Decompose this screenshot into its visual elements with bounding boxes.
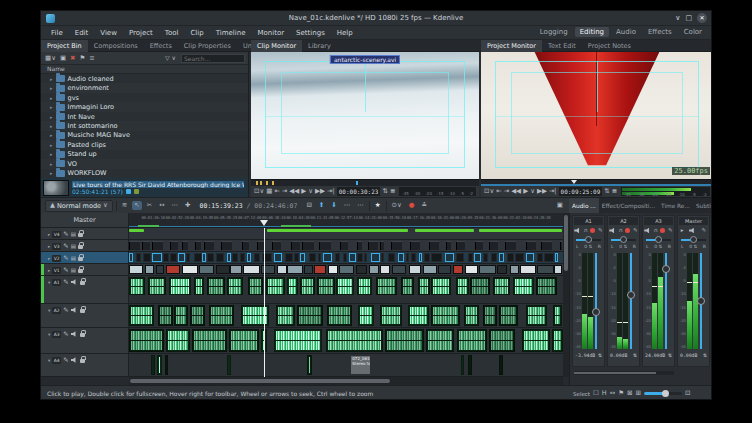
timeline-clip[interactable] — [499, 253, 504, 262]
track-expand-icon[interactable]: ▸ — [48, 244, 50, 249]
workspace-audio[interactable]: Audio — [611, 27, 641, 37]
timeline-clip[interactable] — [227, 253, 230, 262]
timeline-clip[interactable]: 072_0610_CStereo to m — [350, 355, 371, 375]
bin-selected-clip[interactable]: Live tours of the RRS Sir David Attenbor… — [41, 178, 248, 197]
timeline-clip[interactable] — [445, 253, 454, 262]
timeline-clip[interactable] — [340, 241, 348, 250]
timeline-clip[interactable] — [423, 265, 437, 274]
timeline-clip[interactable] — [307, 355, 312, 375]
spacer-tool-icon[interactable]: ↔ — [157, 201, 166, 210]
effects-icon[interactable]: ✎ — [633, 228, 638, 234]
fader-knob[interactable] — [697, 297, 705, 305]
track-effects-icon[interactable]: ✎ — [63, 243, 68, 250]
pan-knob[interactable] — [585, 236, 592, 243]
timeline-clip[interactable] — [129, 305, 154, 326]
timeline-clip[interactable] — [552, 329, 563, 352]
timeline-clip[interactable] — [381, 253, 384, 262]
rewind-button[interactable]: ◀◀ — [511, 188, 521, 195]
timeline-clip[interactable] — [497, 265, 508, 274]
lock-icon[interactable] — [80, 281, 85, 285]
timeline-clip[interactable] — [409, 265, 421, 274]
tab-audio-[interactable]: Audio ... — [569, 198, 599, 213]
pan-slider[interactable] — [573, 235, 604, 244]
play-options-chevron[interactable]: ∨ — [308, 188, 313, 195]
favorite-effects-icon[interactable]: ★ — [373, 201, 383, 210]
timeline-clip[interactable] — [204, 241, 215, 250]
spacer-tool-icon[interactable]: ↔ — [610, 390, 615, 397]
timeline-clip[interactable] — [285, 253, 293, 262]
track-tools-icon[interactable]: ≋ — [120, 201, 129, 210]
timeline-clip[interactable] — [148, 277, 166, 295]
timeline-clip[interactable] — [202, 253, 206, 262]
goto-end-icon[interactable]: ⇥| — [549, 188, 557, 195]
timeline-clip[interactable] — [438, 265, 452, 274]
zoom-out-icon[interactable]: ⊠ — [627, 390, 632, 397]
workspace-color[interactable]: Color — [679, 27, 707, 37]
timeline-clip[interactable] — [227, 277, 243, 295]
timeline-clip[interactable] — [129, 265, 143, 274]
timeline-clip[interactable] — [553, 305, 562, 326]
video-track-icon[interactable]: ▤ — [71, 243, 76, 249]
timeline-clip[interactable] — [199, 265, 214, 274]
timeline-clip[interactable] — [410, 241, 420, 250]
mixer-toggle-icon[interactable]: ≛ — [419, 201, 428, 210]
track-expand-icon[interactable]: ▸ — [48, 232, 50, 237]
track-expand-icon[interactable]: ▾ — [48, 358, 50, 363]
menu-tool[interactable]: Tool — [159, 29, 185, 37]
speaker-icon[interactable] — [71, 331, 78, 337]
timeline-clip[interactable] — [190, 305, 205, 326]
timeline-clip[interactable] — [328, 265, 338, 274]
timeline-clip[interactable] — [335, 253, 340, 262]
timeline-clip[interactable] — [243, 265, 259, 274]
track-header-v2[interactable]: ▸V2✎▤ — [41, 252, 129, 264]
db-spin-icon[interactable]: ⇅ — [598, 352, 602, 359]
project-monitor-ruler[interactable] — [481, 179, 712, 186]
pan-knob[interactable] — [655, 236, 662, 243]
timeline-clip[interactable] — [294, 253, 299, 262]
tab-effect-compositi-[interactable]: Effect/Compositi... — [599, 198, 658, 213]
timeline-clip[interactable] — [216, 253, 225, 262]
pan-slider[interactable] — [608, 235, 639, 244]
timeline-clip[interactable] — [537, 253, 543, 262]
fader-knob[interactable] — [662, 265, 670, 273]
timeline-clip[interactable] — [326, 329, 382, 352]
record-icon[interactable]: ● — [407, 201, 417, 210]
timeline-clip[interactable] — [152, 253, 161, 262]
timeline-clip[interactable] — [468, 253, 473, 262]
timeline-clip[interactable] — [364, 253, 368, 262]
extract-zone-icon[interactable]: ⬇ — [329, 201, 338, 210]
track-header-a3[interactable]: ▾A3✎ — [41, 328, 129, 354]
selection-tool-icon[interactable]: ↖ — [132, 201, 141, 210]
timeline-clip[interactable] — [483, 253, 489, 262]
timeline-horizontal-scrollbar[interactable] — [129, 377, 563, 385]
timeline-clip[interactable] — [343, 253, 347, 262]
timeline-clip[interactable] — [510, 265, 520, 274]
save-icon[interactable]: ▣ — [555, 201, 565, 210]
timeline-clip[interactable] — [136, 253, 141, 262]
pan-slider[interactable] — [643, 235, 674, 244]
timeline-clip[interactable] — [456, 253, 464, 262]
timeline-clip[interactable] — [229, 329, 259, 352]
track-effects-icon[interactable]: ✎ — [63, 267, 68, 274]
timeline-clip[interactable] — [465, 265, 478, 274]
timeline-clip[interactable] — [170, 241, 179, 250]
timeline-clip[interactable] — [267, 229, 408, 232]
track-header-a2[interactable]: ▾A2✎ — [41, 304, 129, 328]
timeline-clip[interactable] — [178, 253, 185, 262]
expand-chevron-icon[interactable]: ▸ — [50, 132, 53, 138]
tab-text-edit[interactable]: Text Edit — [542, 40, 582, 52]
timeline-clip[interactable] — [129, 329, 164, 352]
timeline-clip[interactable] — [505, 241, 516, 250]
timeline-clip[interactable] — [143, 253, 150, 262]
timeline-clip[interactable] — [470, 277, 490, 295]
play-button[interactable]: ▶ — [523, 188, 528, 195]
bin-folder-row[interactable]: ▸Int Nave — [41, 112, 248, 121]
timeline-clip[interactable] — [431, 277, 451, 295]
timeline-clip[interactable] — [248, 277, 263, 295]
track-header-v3[interactable]: ▸V3✎▤ — [41, 240, 129, 252]
timeline-clip[interactable] — [515, 253, 523, 262]
timeline-clip[interactable] — [499, 355, 503, 375]
zone-out-icon[interactable]: ⇥ — [282, 188, 287, 195]
timeline-clip[interactable] — [300, 277, 315, 295]
timeline-clip[interactable] — [522, 329, 550, 352]
